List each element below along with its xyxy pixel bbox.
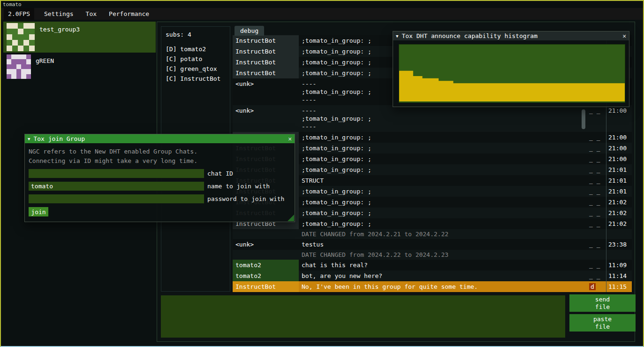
menu-item-performance[interactable]: Performance [103,8,155,20]
message-author: <unk> [233,105,299,132]
menu-item-tox[interactable]: Tox [80,8,103,20]
message-timestamp: 21:01 [606,175,632,186]
dht-histogram-body [393,40,629,107]
message-timestamp: 21:00 [606,154,632,164]
chat-id-input[interactable] [29,169,204,178]
message-text: ;tomato_in_group: ; [299,154,587,164]
group-item-test_group3[interactable]: test_group3 [3,22,156,53]
group-name: test_group3 [39,26,80,33]
date-changed-row[interactable]: DATE CHANGED from 2024.2.21 to 2024.2.22 [233,229,632,239]
status-badge: d [589,283,596,290]
join-group-body: NGC refers to the New DHT enabled Group … [25,143,295,222]
dht-histogram-titlebar[interactable]: ▼ Tox DHT announce capability histogram … [393,31,629,40]
message-status: _ _ [587,105,606,132]
join-desc-line1: NGC refers to the New DHT enabled Group … [29,147,291,156]
date-changed-row[interactable]: DATE CHANGED from 2024.2.22 to 2024.2.23 [233,250,632,260]
join-group-window: ▼ Tox join Group ✕ NGC refers to the New… [24,134,295,222]
message-text: chat is this real? [299,260,587,270]
message-author: InstructBot [233,57,299,68]
message-row[interactable]: <unk>testus_ _23:38 [233,239,632,250]
message-status: _ _ [587,164,606,175]
join-group-title: Tox join Group [33,135,85,142]
message-author: InstructBot [233,35,299,46]
message-status: _ _ [587,197,606,208]
tab-debug[interactable]: debug [235,26,264,36]
send-file-button[interactable]: send file [569,294,636,312]
close-icon[interactable]: ✕ [622,32,626,39]
message-text: DATE CHANGED from 2024.2.21 to 2024.2.22 [299,229,587,239]
message-timestamp: 21:02 [606,197,632,208]
message-text: testus [299,239,587,250]
message-status: _ _ [587,154,606,164]
message-text: bot, are you new here? [299,270,587,281]
dht-histogram-plot [399,44,625,103]
join-group-titlebar[interactable]: ▼ Tox join Group ✕ [25,134,295,143]
message-text: STRUCT [299,175,587,186]
message-timestamp: 21:01 [606,164,632,175]
join-button[interactable]: join [29,207,48,216]
message-text: ;tomato_in_group: ; [299,208,587,218]
name-input[interactable] [29,182,204,191]
message-status: _ _ [587,239,606,250]
message-text: DATE CHANGED from 2024.2.22 to 2024.2.23 [299,250,587,260]
join-field-label: password to join with [207,195,284,202]
message-author: tomato2 [233,270,299,281]
message-timestamp: 21:02 [606,208,632,218]
password-input[interactable] [29,194,204,203]
message-text: ;tomato_in_group: ; [299,186,587,197]
message-row[interactable]: InstructBotNo, I've been in this group f… [233,281,632,292]
join-field-label: name to join with [207,183,270,190]
message-author: tomato2 [233,260,299,270]
message-text: ;tomato_in_group: ; [299,143,587,154]
message-timestamp: 21:02 [606,218,632,229]
close-icon[interactable]: ✕ [288,135,292,142]
menu-bar: 2.0FPSSettingsToxPerformance [1,8,643,20]
message-row[interactable]: <unk>---- ;tomato_in_group: ; ----_ _21:… [233,105,632,132]
paste-file-button[interactable]: paste file [569,314,636,332]
dht-histogram-window: ▼ Tox DHT announce capability histogram … [393,31,629,107]
message-status: _ _ [587,186,606,197]
subs-item[interactable]: [C] green_qtox [161,64,230,74]
message-author [233,229,299,239]
message-row[interactable]: tomato2bot, are you new here?_ _11:14 [233,270,632,281]
message-text: No, I've been in this group for quite so… [299,281,587,292]
message-author [233,250,299,260]
group-avatar [7,54,31,79]
join-field-row: name to join with [29,182,291,191]
message-status: _ _ [587,208,606,218]
message-text: ;tomato_in_group: ; [299,164,587,175]
message-timestamp: 21:00 [606,105,632,132]
subs-item[interactable]: [C] potato [161,54,230,64]
group-item-gREEN[interactable]: gREEN [3,53,156,84]
message-timestamp: 21:00 [606,132,632,143]
subs-item[interactable]: [D] tomato2 [161,44,230,54]
message-status: _ _ [587,260,606,270]
message-timestamp: 21:01 [606,186,632,197]
message-author: InstructBot [233,46,299,57]
message-timestamp: 11:15 [606,281,632,292]
group-name: gREEN [36,57,54,64]
message-timestamp: 23:38 [606,239,632,250]
join-field-row: password to join with [29,194,291,203]
message-timestamp [606,229,632,239]
message-status: _ _ [587,132,606,143]
message-input[interactable] [161,295,565,338]
join-field-label: chat ID [207,170,233,177]
message-author: InstructBot [233,68,299,78]
collapse-arrow-icon[interactable]: ▼ [28,137,30,141]
resize-grip-icon[interactable] [288,215,294,221]
dht-histogram-area [399,45,625,102]
message-row[interactable]: tomato2chat is this real?_ _11:09 [233,260,632,270]
subs-item[interactable]: [C] InstructBot [161,74,230,84]
collapse-arrow-icon[interactable]: ▼ [396,34,398,39]
scrollbar-thumb[interactable] [582,109,585,129]
message-author: <unk> [233,239,299,250]
message-text: ---- ;tomato_in_group: ; ---- [299,105,587,132]
message-status: _ _ [587,143,606,154]
message-author: InstructBot [233,281,299,292]
message-timestamp: 11:14 [606,270,632,281]
join-field-row: chat ID [29,169,291,178]
menu-item-settings[interactable]: Settings [38,8,80,20]
window-titlebar[interactable]: tomato [1,1,643,8]
subs-count: subs: 4 [161,27,230,44]
